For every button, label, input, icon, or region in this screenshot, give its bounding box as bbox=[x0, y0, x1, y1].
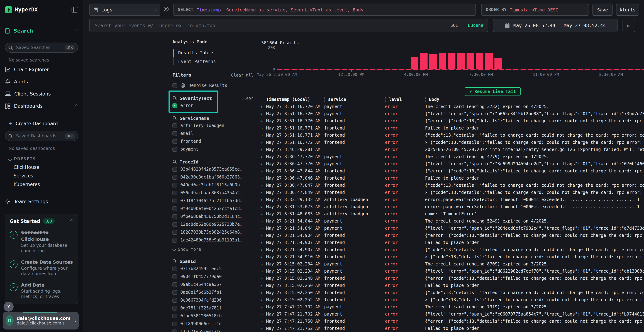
sidebar-item-client-sessions[interactable]: Client Sessions bbox=[5, 88, 78, 99]
expand-row-icon[interactable] bbox=[260, 183, 266, 187]
help-button[interactable]: ? bbox=[4, 302, 14, 312]
table-row[interactable]: May 27 8:36:47.846 AM frontend error Fai… bbox=[260, 174, 644, 182]
col-service[interactable]: service bbox=[324, 97, 385, 102]
chevron-up-icon[interactable] bbox=[74, 29, 79, 33]
filter-value[interactable]: 0f94b9befe0b4252ccfa1c8… bbox=[172, 205, 253, 212]
expand-row-icon[interactable] bbox=[260, 298, 266, 302]
chevron-up-icon[interactable] bbox=[74, 104, 79, 108]
table-row[interactable]: May 27 8:21:54.907 AM frontend error {"c… bbox=[260, 246, 644, 253]
table-row[interactable]: May 27 8:36:47.770 AM payment error The … bbox=[260, 153, 644, 160]
filter-value[interactable]: frontend bbox=[172, 138, 253, 145]
save-button[interactable]: Save bbox=[592, 4, 612, 16]
checkbox-icon[interactable] bbox=[172, 314, 177, 318]
filter-value[interactable]: email bbox=[172, 130, 253, 137]
expand-row-icon[interactable] bbox=[260, 126, 266, 130]
table-row[interactable]: May 27 8:21:54.844 AM payment error The … bbox=[260, 218, 644, 225]
expand-row-icon[interactable] bbox=[260, 119, 266, 123]
table-row[interactable]: May 27 8:15:02.234 AM payment error {"le… bbox=[260, 268, 644, 275]
filter-value[interactable]: payment bbox=[172, 146, 253, 153]
sidebar-item-search[interactable]: Search bbox=[5, 26, 78, 35]
table-row[interactable]: May 27 8:21:54.844 AM payment error {"le… bbox=[260, 225, 644, 232]
date-range-picker[interactable]: May 26 08:52:44 - May 27 08:52:44 bbox=[493, 18, 618, 32]
saved-searches-input[interactable]: ⌘K bbox=[5, 42, 78, 52]
checkbox-icon[interactable] bbox=[172, 274, 177, 279]
checkbox-icon[interactable] bbox=[172, 290, 177, 294]
expand-row-icon[interactable] bbox=[260, 248, 266, 252]
get-started-item[interactable]: ✓ Add Data Start sending logs, metrics, … bbox=[10, 281, 73, 300]
expand-row-icon[interactable] bbox=[260, 240, 266, 244]
table-row[interactable]: May 27 8:31:48.083 AM artillery-loadgen … bbox=[260, 210, 644, 218]
saved-dashboards-field[interactable] bbox=[16, 133, 63, 139]
expand-row-icon[interactable] bbox=[260, 112, 266, 116]
user-menu[interactable]: D dale@clickhouse.com dale@clickhouse.co… bbox=[3, 312, 79, 330]
checkbox-icon[interactable] bbox=[172, 306, 177, 310]
alerts-button[interactable]: Alerts bbox=[616, 4, 639, 16]
table-row[interactable]: May 27 8:46:29.281 AM error 2025-05-26T0… bbox=[260, 146, 644, 153]
filter-value[interactable]: 0fae5381230518cb bbox=[172, 312, 253, 320]
table-row[interactable]: May 27 7:47:21.752 AM frontend error Fai… bbox=[260, 325, 644, 332]
checkbox-icon[interactable] bbox=[172, 131, 177, 136]
expand-row-icon[interactable] bbox=[260, 319, 266, 323]
table-row[interactable]: May 27 8:31:53.073 AM artillery-loadgen … bbox=[260, 203, 644, 210]
column-resize-handle[interactable] bbox=[324, 97, 325, 102]
filter-value-error[interactable]: error bbox=[172, 102, 253, 109]
expand-row-icon[interactable] bbox=[260, 155, 266, 159]
expand-row-icon[interactable] bbox=[260, 284, 266, 288]
checkbox-checked-icon[interactable] bbox=[172, 103, 177, 108]
table-row[interactable]: May 27 8:36:47.847 AM frontend error {"c… bbox=[260, 182, 644, 189]
expand-row-icon[interactable] bbox=[260, 105, 266, 108]
table-row[interactable]: May 27 7:47:21.702 AM payment error {"le… bbox=[260, 310, 644, 318]
source-select[interactable]: Logs bbox=[90, 4, 160, 16]
expand-row-icon[interactable] bbox=[260, 276, 266, 280]
expand-row-icon[interactable] bbox=[260, 205, 266, 209]
expand-row-icon[interactable] bbox=[260, 169, 266, 173]
filter-value[interactable]: 042a30c3dc1baf660b27863… bbox=[172, 174, 253, 181]
filter-value[interactable]: 0ae8e1f6c6b37fb1 bbox=[172, 289, 253, 296]
sidebar-collapse-icon[interactable] bbox=[72, 7, 78, 12]
filter-value[interactable]: 1ae42480d758e9ab91193a1… bbox=[172, 236, 253, 244]
mode-event-patterns[interactable]: Event Patterns bbox=[173, 57, 253, 66]
filter-value[interactable]: 0c0667304fafd206 bbox=[172, 296, 253, 304]
get-started-item[interactable]: ✓ Create Data Sources Configure where yo… bbox=[10, 258, 73, 276]
column-resize-handle[interactable] bbox=[385, 97, 386, 102]
source-settings-gear-icon[interactable] bbox=[163, 6, 169, 12]
checkbox-icon[interactable] bbox=[172, 175, 177, 180]
table-row[interactable]: May 27 8:51:16.771 AM frontend error {"c… bbox=[260, 132, 644, 139]
table-row[interactable]: May 27 8:51:16.720 AM payment error {"le… bbox=[260, 110, 644, 117]
checkbox-icon[interactable] bbox=[172, 282, 177, 287]
table-row[interactable]: May 27 8:21:54.904 AM frontend error {"e… bbox=[260, 232, 644, 239]
denoise-results-checkbox[interactable]: Denoise Results bbox=[172, 82, 253, 89]
table-row[interactable]: May 27 8:33:29.132 AM artillery-loadgen … bbox=[260, 196, 644, 203]
filter-value[interactable]: artillery-loadgen bbox=[172, 122, 253, 129]
expand-row-icon[interactable] bbox=[260, 269, 266, 273]
run-query-button[interactable]: ▷ bbox=[622, 18, 635, 32]
filter-value[interactable]: 11c67fe55c0d13fd bbox=[172, 328, 253, 332]
severity-clear-link[interactable]: Clear bbox=[242, 96, 253, 100]
checkbox-icon[interactable] bbox=[172, 214, 177, 219]
expand-row-icon[interactable] bbox=[260, 226, 266, 230]
filter-value[interactable]: 09041fb457779da0 bbox=[172, 273, 253, 280]
table-row[interactable]: May 27 8:51:16.771 AM frontend error Fai… bbox=[260, 124, 644, 132]
event-search-input[interactable]: SQL | Lucene bbox=[90, 18, 488, 32]
mode-results-table[interactable]: Results Table bbox=[173, 49, 253, 57]
checkbox-icon[interactable] bbox=[172, 198, 177, 203]
checkbox-icon[interactable] bbox=[172, 329, 177, 332]
checkbox-icon[interactable] bbox=[172, 183, 177, 187]
filter-value[interactable]: 07d184304627bf2f11b67dd… bbox=[172, 197, 253, 204]
expand-row-icon[interactable] bbox=[260, 262, 266, 266]
expand-row-icon[interactable] bbox=[260, 312, 266, 316]
expand-row-icon[interactable] bbox=[260, 140, 266, 144]
create-dashboard-button[interactable]: + Create Dashboard bbox=[8, 119, 78, 128]
traceid-show-more[interactable]: Show more bbox=[172, 246, 253, 252]
table-row[interactable]: May 27 8:15:02.234 AM payment error The … bbox=[260, 260, 644, 268]
expand-row-icon[interactable] bbox=[260, 219, 266, 223]
checkbox-icon[interactable] bbox=[172, 190, 177, 195]
table-row[interactable]: May 27 8:15:02.252 AM frontend error × {… bbox=[260, 296, 644, 304]
saved-searches-field[interactable] bbox=[16, 45, 63, 50]
checkbox-icon[interactable] bbox=[172, 147, 177, 152]
col-timestamp[interactable]: Timestamp (Local) bbox=[266, 97, 324, 102]
checkbox-icon[interactable] bbox=[172, 167, 177, 172]
filter-value[interactable]: 0fbe680eb456750b2d1184c… bbox=[172, 213, 253, 220]
get-started-item[interactable]: ✓ Connect to ClickHouse Set up your data… bbox=[10, 228, 73, 254]
expand-row-icon[interactable] bbox=[260, 162, 266, 166]
